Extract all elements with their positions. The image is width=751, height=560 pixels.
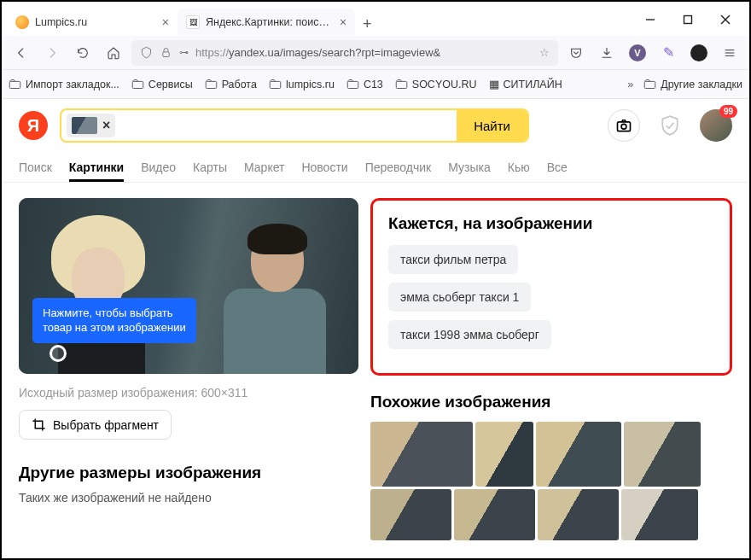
similar-thumb[interactable] (370, 489, 451, 540)
bookmark-folder[interactable]: C13 (346, 79, 383, 90)
looks-like-panel: Кажется, на изображении такси фильм петр… (370, 198, 732, 376)
bookmarks-bar: Импорт закладок... Сервисы Работа lumpic… (2, 70, 749, 99)
bookmark-item[interactable]: ▦СИТИЛАЙН (489, 78, 562, 90)
similar-thumb[interactable] (536, 422, 621, 487)
tab-title: Lumpics.ru (35, 16, 87, 28)
nav-music[interactable]: Музыка (448, 160, 491, 174)
new-tab-button[interactable]: + (355, 12, 379, 36)
svg-rect-4 (163, 52, 170, 57)
other-sizes-text: Таких же изображений не найдено (19, 491, 358, 505)
svg-rect-14 (644, 81, 655, 88)
nav-maps[interactable]: Карты (193, 160, 227, 174)
download-icon[interactable] (594, 40, 620, 66)
looks-like-heading: Кажется, на изображении (388, 214, 714, 233)
notification-badge: 99 (719, 105, 737, 118)
window-titlebar: Lumpics.ru × 🖼 Яндекс.Картинки: поиск по… (2, 2, 749, 36)
import-bookmarks[interactable]: Импорт закладок... (9, 79, 119, 90)
search-input[interactable] (115, 110, 457, 141)
nav-news[interactable]: Новости (301, 160, 347, 174)
yandex-logo[interactable]: Я (19, 111, 48, 140)
svg-rect-15 (618, 122, 631, 131)
bookmark-folder[interactable]: lumpics.ru (269, 79, 335, 90)
svg-rect-12 (347, 81, 358, 88)
minimize-button[interactable] (632, 7, 669, 32)
suggestion-chip[interactable]: эмма сьоберг такси 1 (388, 283, 531, 312)
similar-images-row (370, 489, 732, 540)
svg-rect-13 (396, 81, 407, 88)
yandex-header: Я × Найти 99 (2, 99, 749, 152)
favicon-lumpics (15, 15, 29, 29)
ext-icon-feather[interactable]: ✎ (655, 40, 681, 66)
results-content: Нажмите, чтобы выбрать товар на этом изо… (2, 183, 749, 556)
import-icon (9, 79, 21, 90)
similar-heading: Похожие изображения (370, 393, 732, 411)
close-icon[interactable]: × (162, 15, 169, 29)
nav-all[interactable]: Все (547, 160, 568, 174)
nav-translate[interactable]: Переводчик (365, 160, 432, 174)
close-icon[interactable]: × (340, 15, 346, 29)
similar-thumb[interactable] (475, 422, 533, 487)
image-chip[interactable]: × (67, 114, 115, 137)
browser-tab-active[interactable]: 🖼 Яндекс.Картинки: поиск по из × (178, 9, 355, 36)
nav-market[interactable]: Маркет (244, 160, 284, 174)
home-button[interactable] (101, 40, 126, 66)
bookmark-folder[interactable]: Сервисы (131, 79, 193, 90)
suggestion-chip[interactable]: такси фильм петра (388, 245, 518, 274)
adblock-shield-icon[interactable] (657, 113, 683, 138)
camera-button[interactable] (608, 109, 640, 142)
nav-q[interactable]: Кью (508, 160, 530, 174)
ext-icon-v[interactable]: V (625, 40, 650, 66)
similar-thumb[interactable] (538, 489, 619, 540)
crop-button[interactable]: Выбрать фрагмент (19, 410, 172, 440)
back-button[interactable] (9, 40, 34, 66)
close-window-button[interactable] (707, 7, 744, 32)
image-meta: Исходный размер изображения: 600×311 (19, 386, 358, 400)
bookmark-folder[interactable]: SOCYOU.RU (395, 79, 477, 90)
lock-icon (160, 46, 172, 59)
query-image[interactable]: Нажмите, чтобы выбрать товар на этом изо… (19, 198, 358, 374)
other-bookmarks[interactable]: Другие закладки (643, 79, 742, 90)
site-icon: ▦ (489, 78, 499, 90)
bookmark-folder[interactable]: Работа (205, 79, 257, 90)
svg-rect-10 (206, 81, 217, 88)
product-hint-tooltip[interactable]: Нажмите, чтобы выбрать товар на этом изо… (32, 298, 196, 343)
similar-images-row (370, 422, 732, 487)
pocket-icon[interactable] (563, 40, 589, 66)
user-avatar[interactable]: 99 (700, 109, 732, 142)
reload-button[interactable] (70, 40, 96, 66)
nav-search[interactable]: Поиск (19, 160, 52, 174)
ext-icon-dark[interactable] (686, 40, 712, 66)
similar-thumb[interactable] (624, 422, 701, 487)
maximize-button[interactable] (669, 7, 707, 32)
permissions-icon: ⊶ (179, 47, 189, 58)
suggestion-chip[interactable]: такси 1998 эмма сьоберг (388, 320, 551, 349)
remove-chip-icon[interactable]: × (102, 118, 110, 133)
address-bar[interactable]: ⊶ https://yandex.ua/images/search?rpt=im… (131, 40, 558, 66)
search-bar: × Найти (60, 108, 529, 143)
yandex-service-nav: Поиск Картинки Видео Карты Маркет Новост… (2, 152, 749, 183)
overflow-icon[interactable]: » (627, 79, 633, 90)
shield-icon (140, 46, 153, 59)
chip-thumbnail (72, 117, 97, 134)
favicon-yandex: 🖼 (186, 15, 200, 29)
svg-rect-11 (270, 81, 281, 88)
nav-images[interactable]: Картинки (69, 160, 124, 174)
similar-thumb[interactable] (454, 489, 535, 540)
svg-rect-1 (684, 16, 692, 24)
product-marker-icon[interactable] (49, 345, 67, 362)
browser-toolbar: ⊶ https://yandex.ua/images/search?rpt=im… (2, 36, 749, 70)
star-icon[interactable]: ☆ (539, 46, 550, 59)
other-sizes-heading: Другие размеры изображения (19, 464, 358, 482)
similar-thumb[interactable] (621, 489, 698, 540)
nav-video[interactable]: Видео (141, 160, 176, 174)
svg-rect-8 (9, 81, 20, 88)
search-button[interactable]: Найти (457, 110, 527, 141)
svg-rect-9 (132, 81, 143, 88)
crop-icon (32, 417, 46, 432)
menu-button[interactable] (717, 40, 742, 66)
tab-title: Яндекс.Картинки: поиск по из (206, 16, 334, 28)
url-text: https://yandex.ua/images/search?rpt=imag… (195, 46, 533, 59)
forward-button[interactable] (39, 40, 65, 66)
browser-tab[interactable]: Lumpics.ru × (7, 9, 178, 36)
similar-thumb[interactable] (370, 422, 473, 487)
